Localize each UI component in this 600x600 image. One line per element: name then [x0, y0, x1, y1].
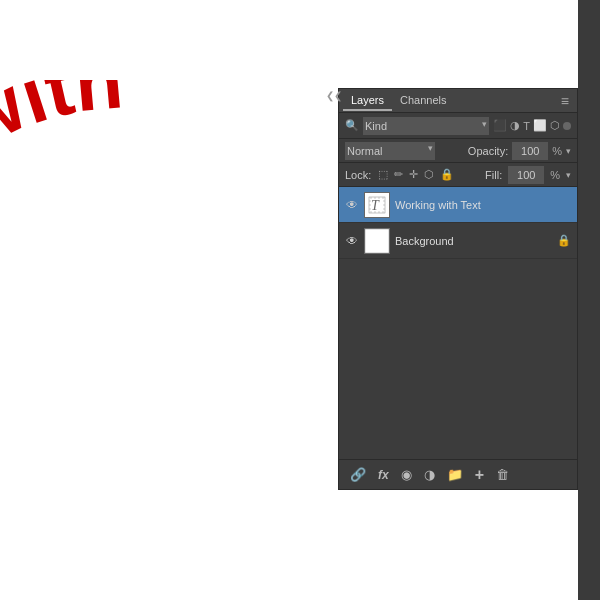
layer-name-text: Working with Text	[395, 199, 571, 211]
fill-percent: %	[550, 169, 560, 181]
blend-opacity-row: Normal Dissolve Multiply Screen Overlay …	[339, 139, 577, 163]
new-group-button[interactable]: 📁	[444, 465, 466, 484]
opacity-input[interactable]	[512, 142, 548, 160]
pixel-filter-icon[interactable]: ⬛	[493, 119, 507, 132]
kind-select[interactable]: Kind Name Effect Mode Attribute Color	[363, 117, 489, 135]
fill-input[interactable]	[508, 166, 544, 184]
panel-tabs: Layers Channels	[343, 91, 455, 111]
lock-transparent-button[interactable]: ⬚	[377, 168, 389, 181]
opacity-percent: %	[552, 145, 562, 157]
layer-thumbnail-text: T	[364, 192, 390, 218]
right-edge-panel	[578, 0, 600, 600]
adjustment-filter-icon[interactable]: ◑	[510, 119, 520, 132]
layer-name-background: Background	[395, 235, 552, 247]
lock-artboard-button[interactable]: ⬡	[423, 168, 435, 181]
layer-mask-button[interactable]: ◉	[398, 465, 415, 484]
filter-active-dot	[563, 122, 571, 130]
kind-select-wrapper: Kind Name Effect Mode Attribute Color	[363, 117, 489, 135]
tab-channels[interactable]: Channels	[392, 91, 454, 111]
layers-panel: Layers Channels ≡ 🔍 Kind Name Effect Mod…	[338, 88, 578, 490]
layer-effects-button[interactable]: fx	[375, 466, 392, 484]
lock-position-button[interactable]: ✛	[408, 168, 419, 181]
blend-mode-wrapper: Normal Dissolve Multiply Screen Overlay	[345, 142, 435, 160]
panel-footer: 🔗 fx ◉ ◑ 📁 + 🗑	[339, 459, 577, 489]
lock-icons-group: ⬚ ✏ ✛ ⬡ 🔒	[377, 168, 455, 181]
panel-menu-button[interactable]: ≡	[557, 93, 573, 109]
background-lock-icon: 🔒	[557, 234, 571, 247]
layer-item-working-with-text[interactable]: 👁 T Working with Text	[339, 187, 577, 223]
layer-item-background[interactable]: 👁 Background 🔒	[339, 223, 577, 259]
fill-label: Fill:	[485, 169, 502, 181]
search-row: 🔍 Kind Name Effect Mode Attribute Color …	[339, 113, 577, 139]
search-icon: 🔍	[345, 119, 359, 132]
type-filter-icon[interactable]: T	[523, 120, 530, 132]
svg-text:T: T	[371, 198, 380, 213]
fill-arrow-icon[interactable]: ▾	[566, 170, 571, 180]
blend-mode-select[interactable]: Normal Dissolve Multiply Screen Overlay	[345, 142, 435, 160]
panel-collapse-button[interactable]: ❮❮	[326, 90, 342, 101]
curved-text: king with	[0, 80, 126, 290]
layer-thumbnail-background	[364, 228, 390, 254]
lock-all-button[interactable]: 🔒	[439, 168, 455, 181]
visibility-toggle-background[interactable]: 👁	[345, 234, 359, 248]
svg-rect-4	[365, 229, 389, 253]
panel-header: Layers Channels ≡	[339, 89, 577, 113]
visibility-toggle-text-layer[interactable]: 👁	[345, 198, 359, 212]
layer-list-empty-space	[339, 259, 577, 459]
shape-filter-icon[interactable]: ⬜	[533, 119, 547, 132]
new-layer-button[interactable]: +	[472, 464, 487, 486]
adjustment-layer-button[interactable]: ◑	[421, 465, 438, 484]
curved-text-container: king with	[0, 80, 300, 280]
opacity-label: Opacity:	[468, 145, 508, 157]
link-layers-button[interactable]: 🔗	[347, 465, 369, 484]
curved-text-svg: king with	[0, 80, 380, 300]
lock-label: Lock:	[345, 169, 371, 181]
smartobj-filter-icon[interactable]: ⬡	[550, 119, 560, 132]
lock-fill-row: Lock: ⬚ ✏ ✛ ⬡ 🔒 Fill: % ▾	[339, 163, 577, 187]
tab-layers[interactable]: Layers	[343, 91, 392, 111]
opacity-arrow-icon[interactable]: ▾	[566, 146, 571, 156]
lock-pixels-button[interactable]: ✏	[393, 168, 404, 181]
delete-layer-button[interactable]: 🗑	[493, 465, 512, 484]
filter-icons: ⬛ ◑ T ⬜ ⬡	[493, 119, 571, 132]
